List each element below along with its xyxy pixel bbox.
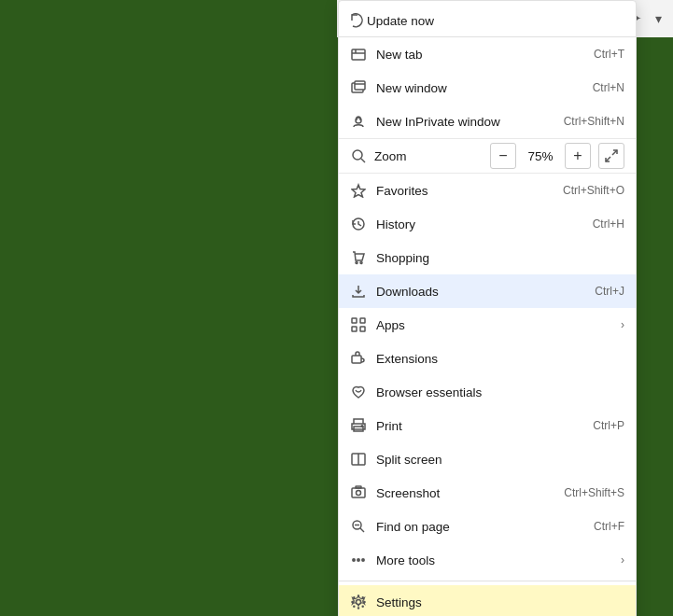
new-tab-shortcut: Ctrl+T	[594, 48, 624, 61]
new-window-icon	[350, 79, 367, 96]
downloads-shortcut: Ctrl+J	[595, 285, 624, 298]
update-icon	[350, 12, 367, 29]
new-window-shortcut: Ctrl+N	[593, 81, 624, 94]
more-tools-icon	[350, 552, 367, 568]
svg-point-12	[356, 262, 358, 264]
downloads-icon	[350, 283, 367, 300]
browser-essentials-icon	[350, 384, 367, 400]
menu-item-extensions[interactable]: Extensions	[339, 342, 636, 375]
screenshot-label: Screenshot	[376, 486, 554, 500]
favorites-shortcut: Ctrl+Shift+O	[563, 184, 624, 197]
chevron-down-icon[interactable]: ▾	[652, 7, 666, 30]
find-on-page-label: Find on page	[376, 520, 584, 534]
history-label: History	[376, 217, 583, 231]
context-menu: Update now New tab Ctrl+T New window Ctr…	[338, 0, 637, 616]
settings-label: Settings	[376, 595, 624, 609]
zoom-row: Zoom − 75% +	[339, 138, 636, 174]
menu-item-history[interactable]: History Ctrl+H	[339, 207, 636, 241]
inprivate-label: New InPrivate window	[376, 115, 554, 129]
print-shortcut: Ctrl+P	[593, 419, 624, 432]
screenshot-icon	[350, 484, 367, 501]
new-window-label: New window	[376, 81, 583, 95]
menu-item-settings[interactable]: Settings	[339, 585, 636, 616]
svg-rect-15	[360, 318, 365, 323]
menu-item-browser-essentials[interactable]: Browser essentials	[339, 375, 636, 409]
inprivate-shortcut: Ctrl+Shift+N	[564, 115, 624, 128]
menu-item-new-tab[interactable]: New tab Ctrl+T	[339, 37, 636, 71]
menu-item-new-window[interactable]: New window Ctrl+N	[339, 71, 636, 105]
svg-rect-18	[352, 356, 361, 363]
svg-point-25	[357, 491, 361, 496]
extensions-icon	[350, 350, 367, 367]
svg-point-7	[353, 150, 362, 160]
svg-point-31	[358, 559, 359, 561]
new-tab-label: New tab	[376, 48, 584, 62]
print-icon	[350, 417, 367, 434]
favorites-icon	[350, 182, 367, 199]
svg-rect-4	[355, 81, 365, 90]
new-tab-icon	[350, 46, 367, 63]
zoom-plus-button[interactable]: +	[565, 143, 591, 169]
menu-item-find-on-page[interactable]: Find on page Ctrl+F	[339, 510, 636, 543]
shopping-icon	[350, 249, 367, 266]
history-shortcut: Ctrl+H	[593, 217, 624, 231]
menu-item-more-tools[interactable]: More tools ›	[339, 543, 636, 577]
svg-rect-0	[352, 49, 365, 60]
print-label: Print	[376, 419, 583, 433]
zoom-minus-button[interactable]: −	[490, 143, 516, 169]
update-now-label: Update now	[367, 14, 624, 28]
apps-arrow-icon: ›	[621, 318, 624, 331]
history-icon	[350, 216, 367, 232]
svg-rect-17	[360, 327, 365, 331]
svg-point-21	[361, 426, 363, 427]
svg-rect-19	[354, 419, 363, 424]
menu-item-favorites[interactable]: Favorites Ctrl+Shift+O	[339, 174, 636, 207]
settings-icon	[350, 594, 367, 610]
more-tools-label: More tools	[376, 553, 608, 567]
shopping-label: Shopping	[376, 251, 624, 265]
menu-item-screenshot[interactable]: Screenshot Ctrl+Shift+S	[339, 476, 636, 510]
svg-point-13	[360, 262, 362, 264]
svg-point-32	[362, 559, 364, 561]
separator	[339, 581, 636, 581]
apps-icon	[350, 316, 367, 333]
svg-rect-14	[352, 318, 357, 323]
browser-essentials-label: Browser essentials	[376, 385, 624, 399]
menu-item-downloads[interactable]: Downloads Ctrl+J	[339, 274, 636, 308]
menu-item-split-screen[interactable]: Split screen	[339, 442, 636, 476]
find-shortcut: Ctrl+F	[594, 520, 624, 533]
svg-rect-16	[352, 327, 357, 331]
menu-item-shopping[interactable]: Shopping	[339, 241, 636, 274]
more-tools-arrow-icon: ›	[621, 553, 624, 567]
split-screen-icon	[350, 451, 367, 468]
zoom-label: Zoom	[374, 149, 483, 163]
menu-item-print[interactable]: Print Ctrl+P	[339, 409, 636, 442]
svg-rect-26	[356, 486, 361, 488]
svg-line-28	[360, 528, 364, 532]
downloads-label: Downloads	[376, 285, 585, 299]
inprivate-icon	[350, 113, 367, 130]
svg-point-30	[353, 559, 355, 561]
find-icon	[350, 518, 367, 535]
zoom-value: 75%	[524, 149, 557, 163]
svg-rect-24	[352, 488, 365, 497]
split-screen-label: Split screen	[376, 453, 624, 467]
screenshot-shortcut: Ctrl+Shift+S	[564, 486, 624, 499]
apps-label: Apps	[376, 318, 608, 332]
menu-item-inprivate[interactable]: New InPrivate window Ctrl+Shift+N	[339, 105, 636, 138]
svg-line-8	[361, 159, 365, 162]
menu-item-update-now[interactable]: Update now	[339, 5, 636, 37]
zoom-icon	[350, 147, 367, 164]
favorites-label: Favorites	[376, 184, 554, 198]
menu-item-apps[interactable]: Apps ›	[339, 308, 636, 342]
extensions-label: Extensions	[376, 352, 624, 366]
zoom-expand-button[interactable]	[598, 143, 624, 169]
